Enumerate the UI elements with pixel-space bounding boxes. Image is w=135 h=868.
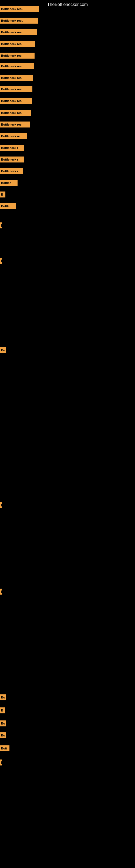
bar-label: Bottleneck res bbox=[1, 99, 21, 102]
bar-item: Bottleneck res bbox=[0, 63, 34, 69]
bar-item: Bo bbox=[0, 347, 6, 353]
bar-label: Bo bbox=[1, 696, 5, 699]
bar-label: | bbox=[1, 503, 2, 506]
bar-item: Bottle bbox=[0, 203, 16, 209]
bar: | bbox=[0, 258, 2, 264]
bar: Bo bbox=[0, 720, 6, 726]
bar: Bottleneck re bbox=[0, 133, 27, 139]
bar-label: Bottleneck resu bbox=[1, 31, 24, 34]
bar: Bo bbox=[0, 733, 6, 738]
bar: Bottleneck res bbox=[0, 75, 33, 81]
bar: Bottleneck resu bbox=[0, 6, 39, 12]
bar-item: | bbox=[0, 258, 2, 264]
bar-label: Bottleneck r bbox=[1, 146, 18, 150]
bar-item: B bbox=[0, 707, 5, 713]
bar: Bottleneck res bbox=[0, 41, 35, 47]
bar-label: Bottleneck r bbox=[1, 158, 18, 161]
bar: Bottleneck res bbox=[0, 86, 32, 92]
bar: B bbox=[0, 707, 5, 713]
bar-label: Bottleneck resu bbox=[1, 19, 24, 22]
bar-item: Bottleneck res bbox=[0, 122, 30, 127]
bar-item: Bo bbox=[0, 733, 6, 738]
bar-item: Bo bbox=[0, 694, 6, 701]
bar-label: Bottleneck res bbox=[1, 42, 21, 45]
bar-item: Bottleneck r bbox=[0, 156, 24, 162]
bar: Bottleneck res bbox=[0, 110, 31, 116]
bar-label: Bottleneck res bbox=[1, 54, 21, 57]
bar: Bo bbox=[0, 347, 6, 353]
bar-label: B bbox=[1, 709, 3, 712]
bar: Bott bbox=[0, 745, 9, 751]
bar: Bottle bbox=[0, 203, 16, 209]
bar: Bottleneck res bbox=[0, 63, 34, 69]
bar-label: Bottleneck res bbox=[1, 65, 21, 68]
bar: | bbox=[0, 589, 2, 595]
bar: Bottleneck resu bbox=[0, 29, 37, 35]
bar-item: Bottleneck res bbox=[0, 53, 35, 59]
bar-label: | bbox=[1, 761, 2, 764]
bar-item: | bbox=[0, 760, 2, 766]
bar: | bbox=[0, 222, 2, 228]
bar-item: Bottleneck res bbox=[0, 41, 35, 47]
bar-item: Bottleneck re bbox=[0, 133, 27, 139]
bar-item: Bottleneck resu bbox=[0, 6, 39, 12]
bar-item: Bottleneck resu bbox=[0, 29, 37, 35]
bar-item: Bottleneck res bbox=[0, 110, 31, 116]
bar: Bottleneck r bbox=[0, 145, 24, 151]
bar: Bottlen bbox=[0, 180, 17, 186]
bar-label: | bbox=[1, 224, 2, 227]
bar-item: Bottleneck res bbox=[0, 98, 32, 104]
bar-label: Bottleneck re bbox=[1, 134, 20, 138]
bar: Bottleneck res bbox=[0, 53, 35, 59]
bar-label: Bottlen bbox=[1, 181, 11, 184]
bar-label: | bbox=[1, 259, 2, 262]
bar: | bbox=[0, 760, 2, 766]
bar-label: Bottleneck res bbox=[1, 88, 21, 91]
bar-label: Bott bbox=[1, 747, 7, 750]
bar: Bottleneck r bbox=[0, 156, 24, 162]
bar-item: Bottleneck res bbox=[0, 75, 33, 81]
bar: B bbox=[0, 191, 5, 197]
bar-label: Bo bbox=[1, 348, 5, 352]
bar: Bottleneck res bbox=[0, 122, 30, 127]
bar-label: Bo bbox=[1, 734, 5, 737]
bar-label: B bbox=[1, 193, 3, 196]
bar-item: | bbox=[0, 502, 2, 508]
bar-label: Bottleneck res bbox=[1, 111, 21, 115]
bar: Bottleneck res bbox=[0, 98, 32, 104]
bar-label: Bottleneck r bbox=[1, 169, 18, 173]
chart-container: TheBottlenecker.com Bottleneck resuBottl… bbox=[0, 0, 135, 868]
bar-item: | bbox=[0, 589, 2, 595]
bar-item: Bott bbox=[0, 745, 9, 751]
bar-item: Bottleneck res bbox=[0, 86, 32, 92]
bar-item: Bottleneck r bbox=[0, 145, 24, 151]
bar: Bottleneck r bbox=[0, 168, 23, 174]
bar-label: Bo bbox=[1, 722, 5, 725]
bar-item: B bbox=[0, 191, 5, 197]
bar-item: Bottlen bbox=[0, 180, 17, 186]
bar-item: Bottleneck resu bbox=[0, 18, 38, 24]
bar-label: Bottle bbox=[1, 205, 9, 208]
bar: | bbox=[0, 502, 2, 508]
bar-item: Bottleneck r bbox=[0, 168, 23, 174]
bar: Bottleneck resu bbox=[0, 18, 38, 24]
bar-label: Bottleneck res bbox=[1, 123, 21, 126]
bar-item: | bbox=[0, 222, 2, 228]
bar-label: Bottleneck resu bbox=[1, 7, 24, 10]
bar-label: Bottleneck res bbox=[1, 76, 21, 80]
bar: Bo bbox=[0, 694, 6, 701]
bar-item: Bo bbox=[0, 720, 6, 726]
bar-label: | bbox=[1, 590, 2, 593]
